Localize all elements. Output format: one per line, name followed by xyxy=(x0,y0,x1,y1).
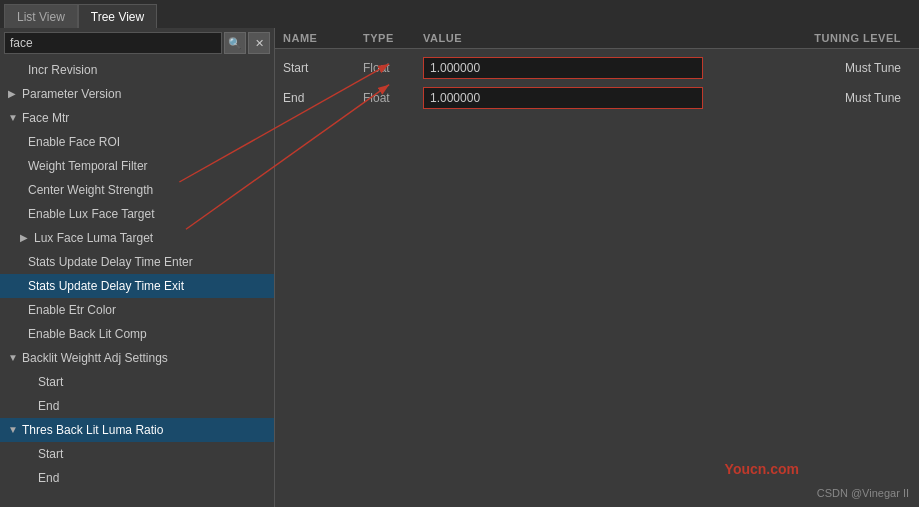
backlit-end-label: End xyxy=(38,399,59,413)
tree-container: Incr Revision Parameter Version Face Mtr… xyxy=(0,58,274,507)
lux-face-luma-target-arrow xyxy=(20,229,30,247)
tree-item-thres-start[interactable]: Start xyxy=(0,442,274,466)
search-clear-button[interactable]: ✕ xyxy=(248,32,270,54)
face-mtr-arrow xyxy=(8,109,18,127)
tree-item-stats-update-delay-enter[interactable]: Stats Update Delay Time Enter xyxy=(0,250,274,274)
thres-end-label: End xyxy=(38,471,59,485)
row-end-type: Float xyxy=(363,91,423,105)
thres-start-label: Start xyxy=(38,447,63,461)
backlit-weight-adj-arrow xyxy=(8,349,18,367)
tree-item-backlit-weight-adj[interactable]: Backlit Weightt Adj Settings xyxy=(0,346,274,370)
tree-item-enable-etr-color[interactable]: Enable Etr Color xyxy=(0,298,274,322)
table-body: Start Float Must Tune End Float Must Tun… xyxy=(275,49,919,507)
header-value: VALUE xyxy=(423,32,791,44)
tree-item-thres-back-lit[interactable]: Thres Back Lit Luma Ratio xyxy=(0,418,274,442)
tab-list-view[interactable]: List View xyxy=(4,4,78,28)
thres-back-lit-label: Thres Back Lit Luma Ratio xyxy=(22,421,163,439)
stats-update-delay-exit-label: Stats Update Delay Time Exit xyxy=(28,279,184,293)
thres-back-lit-arrow xyxy=(8,421,18,439)
tree-item-stats-update-delay-exit[interactable]: Stats Update Delay Time Exit xyxy=(0,274,274,298)
tree-item-incr-revision[interactable]: Incr Revision xyxy=(0,58,274,82)
row-end-input[interactable] xyxy=(423,87,703,109)
center-weight-strength-label: Center Weight Strength xyxy=(28,183,153,197)
tree-item-center-weight-strength[interactable]: Center Weight Strength xyxy=(0,178,274,202)
tree-item-weight-temporal-filter[interactable]: Weight Temporal Filter xyxy=(0,154,274,178)
row-end-value[interactable] xyxy=(423,87,791,109)
row-end-name: End xyxy=(283,91,363,105)
row-start-type: Float xyxy=(363,61,423,75)
table-header: NAME TYPE VALUE TUNING LEVEL xyxy=(275,28,919,49)
right-panel: NAME TYPE VALUE TUNING LEVEL Start Float… xyxy=(275,28,919,507)
enable-face-roi-label: Enable Face ROI xyxy=(28,135,120,149)
header-type: TYPE xyxy=(363,32,423,44)
row-start-tuning: Must Tune xyxy=(791,61,911,75)
enable-back-lit-comp-label: Enable Back Lit Comp xyxy=(28,327,147,341)
backlit-weight-adj-label: Backlit Weightt Adj Settings xyxy=(22,349,168,367)
backlit-start-label: Start xyxy=(38,375,63,389)
search-button[interactable]: 🔍 xyxy=(224,32,246,54)
search-input[interactable] xyxy=(4,32,222,54)
row-start-value[interactable] xyxy=(423,57,791,79)
row-start-name: Start xyxy=(283,61,363,75)
tab-tree-view[interactable]: Tree View xyxy=(78,4,157,28)
tree-item-enable-back-lit-comp[interactable]: Enable Back Lit Comp xyxy=(0,322,274,346)
parameter-version-label: Parameter Version xyxy=(22,85,121,103)
left-panel: 🔍 ✕ Incr Revision Parameter Version Face… xyxy=(0,28,275,507)
table-row-end: End Float Must Tune xyxy=(275,83,919,113)
header-tuning: TUNING LEVEL xyxy=(791,32,911,44)
stats-update-delay-enter-label: Stats Update Delay Time Enter xyxy=(28,255,193,269)
tree-item-backlit-end[interactable]: End xyxy=(0,394,274,418)
header-name: NAME xyxy=(283,32,363,44)
tree-item-enable-lux-face-target[interactable]: Enable Lux Face Target xyxy=(0,202,274,226)
table-row-start: Start Float Must Tune xyxy=(275,53,919,83)
enable-lux-face-target-label: Enable Lux Face Target xyxy=(28,207,155,221)
incr-revision-label: Incr Revision xyxy=(28,63,97,77)
weight-temporal-filter-label: Weight Temporal Filter xyxy=(28,159,148,173)
row-end-tuning: Must Tune xyxy=(791,91,911,105)
tab-bar: List View Tree View xyxy=(0,0,919,28)
tree-item-face-mtr[interactable]: Face Mtr xyxy=(0,106,274,130)
tree-item-thres-end[interactable]: End xyxy=(0,466,274,490)
row-start-input[interactable] xyxy=(423,57,703,79)
tree-item-parameter-version[interactable]: Parameter Version xyxy=(0,82,274,106)
parameter-version-arrow xyxy=(8,85,18,103)
tree-item-lux-face-luma-target[interactable]: Lux Face Luma Target xyxy=(0,226,274,250)
search-bar: 🔍 ✕ xyxy=(0,28,274,58)
enable-etr-color-label: Enable Etr Color xyxy=(28,303,116,317)
face-mtr-label: Face Mtr xyxy=(22,109,69,127)
lux-face-luma-target-label: Lux Face Luma Target xyxy=(34,229,153,247)
tree-item-enable-face-roi[interactable]: Enable Face ROI xyxy=(0,130,274,154)
tree-item-backlit-start[interactable]: Start xyxy=(0,370,274,394)
